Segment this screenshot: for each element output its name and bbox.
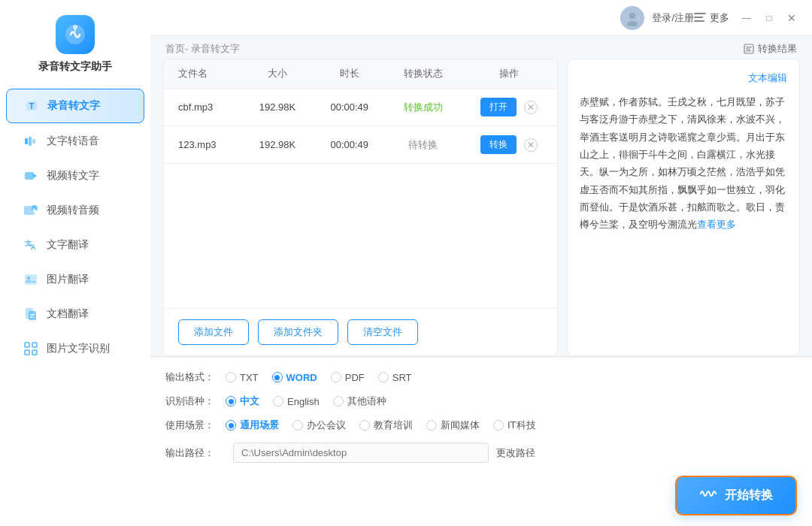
format-word[interactable]: WORD [272,372,317,383]
svg-rect-17 [30,314,35,316]
lang-en-label: English [287,396,320,407]
lang-other-radio[interactable] [333,396,344,407]
scene-news[interactable]: 新闻媒体 [426,419,480,432]
cell-size-1: 192.98K [242,126,314,164]
left-panel: 文件名 大小 时长 转换状态 操作 cbf.mp3 192.98K 00:00:… [162,59,558,356]
minimize-button[interactable]: — [741,13,752,23]
bottom-area: 输出格式： TXT WORD PDF [150,356,812,526]
sidebar-item-image-ocr[interactable]: 图片文字识别 [6,332,144,365]
sidebar-item-text-translate-label: 文字翻译 [47,238,89,252]
sidebar-item-video-to-text[interactable]: 视频转文字 [6,159,144,192]
lang-zh-radio[interactable] [226,396,236,407]
add-folder-button[interactable]: 添加文件夹 [258,319,338,345]
svg-point-24 [627,21,638,26]
svg-rect-19 [25,343,29,347]
audio-to-text-icon: T [23,98,40,114]
format-srt[interactable]: SRT [378,372,412,383]
scene-general-radio[interactable] [226,420,236,431]
scene-education[interactable]: 教育培训 [359,419,413,432]
path-label: 输出路径： [165,446,226,460]
video-to-audio-icon [23,202,39,219]
cell-size-0: 192.98K [242,89,314,126]
scene-radio-group: 通用场景 办公会议 教育培训 新闻媒体 [226,419,536,432]
lang-radio-group: 中文 English 其他语种 [226,394,386,408]
sidebar-item-audio-to-text[interactable]: T 录音转文字 [6,89,144,123]
breadcrumb: 首页- 录音转文字 [165,42,240,56]
svg-rect-29 [746,47,752,47]
open-button-0[interactable]: 打开 [480,98,517,116]
format-word-radio[interactable] [272,372,283,382]
right-panel-header: 文本编辑 [580,70,787,87]
scene-news-radio[interactable] [426,420,437,431]
change-path-button[interactable]: 更改路径 [496,446,535,460]
format-srt-radio[interactable] [378,372,389,382]
scene-office[interactable]: 办公会议 [292,419,346,432]
format-label: 输出格式： [165,370,226,384]
sidebar-item-image-ocr-label: 图片文字识别 [47,342,110,355]
format-txt-radio[interactable] [226,372,236,382]
titlebar-center: 登录/注册 [620,6,694,30]
col-duration: 时长 [313,59,386,89]
sidebar-item-video-to-text-label: 视频转文字 [47,169,99,183]
more-button[interactable]: 更多 [694,11,729,25]
sidebar-item-image-translate[interactable]: 图片翻译 [6,263,144,296]
scene-it[interactable]: IT科技 [493,419,536,432]
delete-button-0[interactable]: ✕ [524,101,538,114]
lang-other[interactable]: 其他语种 [333,394,386,408]
close-button[interactable]: ✕ [786,13,797,23]
scene-general-label: 通用场景 [240,419,279,432]
cell-action-1: 转换 ✕ [460,126,557,164]
svg-rect-22 [32,350,37,355]
text-translate-icon: 文 A [23,237,39,253]
format-pdf-radio[interactable] [331,372,341,382]
path-input[interactable] [233,443,489,463]
sidebar-item-text-to-audio-label: 文字转语音 [47,135,99,148]
lang-zh-label: 中文 [240,394,259,408]
main-area: 登录/注册 更多 — □ ✕ 首页- 录音转文字 转换结果 [150,0,812,526]
lang-zh[interactable]: 中文 [226,394,259,408]
svg-rect-21 [25,350,29,355]
svg-rect-6 [32,139,35,144]
text-to-audio-icon [23,133,39,150]
svg-rect-27 [694,20,704,22]
lang-en[interactable]: English [273,396,320,407]
cell-status-1: 待转换 [386,126,460,164]
wave-icon [699,486,717,505]
convert-result-button[interactable]: 转换结果 [744,42,797,56]
sidebar-item-text-to-audio[interactable]: 文字转语音 [6,125,144,158]
sidebar-item-video-to-audio[interactable]: 视频转音频 [6,194,144,227]
image-translate-icon [23,271,39,288]
scene-education-radio[interactable] [359,420,370,431]
svg-rect-13 [25,274,37,285]
scene-label: 使用场景： [165,419,226,432]
lang-row: 识别语种： 中文 English 其他语种 [165,389,797,413]
login-button[interactable]: 登录/注册 [652,11,694,25]
sidebar-item-text-translate[interactable]: 文 A 文字翻译 [6,228,144,261]
add-file-button[interactable]: 添加文件 [178,319,249,345]
lang-en-radio[interactable] [273,396,283,407]
path-row: 输出路径： 更改路径 [165,437,797,468]
cell-duration-0: 00:00:49 [313,89,386,126]
sidebar-item-doc-translate[interactable]: 文档翻译 [6,298,144,331]
app-title: 录音转文字助手 [38,60,112,74]
col-status: 转换状态 [386,59,460,89]
scene-general[interactable]: 通用场景 [226,419,279,432]
scene-it-radio[interactable] [493,420,504,431]
svg-point-23 [629,13,635,19]
svg-rect-4 [25,138,28,144]
see-more-link[interactable]: 查看更多 [697,219,736,230]
convert-button-1[interactable]: 转换 [480,135,517,154]
titlebar: 登录/注册 更多 — □ ✕ [150,0,812,36]
format-txt[interactable]: TXT [226,372,259,383]
delete-button-1[interactable]: ✕ [524,138,538,152]
maximize-button[interactable]: □ [764,13,774,23]
svg-point-14 [27,277,30,280]
text-edit-link[interactable]: 文本编辑 [748,70,787,87]
bottom-buttons: 添加文件 添加文件夹 清空文件 [163,308,557,355]
clear-files-button[interactable]: 清空文件 [347,319,418,345]
scene-office-label: 办公会议 [307,419,346,432]
scene-office-radio[interactable] [292,420,303,431]
format-pdf[interactable]: PDF [331,372,365,383]
start-convert-button[interactable]: 开始转换 [675,476,797,515]
sidebar-item-doc-translate-label: 文档翻译 [47,307,89,321]
